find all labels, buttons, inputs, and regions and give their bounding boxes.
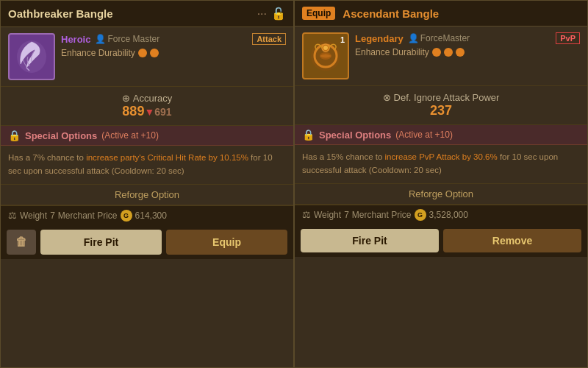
left-special-title: Special Options xyxy=(25,130,97,141)
left-highlight: increase party's Critical Hit Rate by 10… xyxy=(86,153,248,162)
right-stat-name: ⊗ Def. Ignore Attack Power xyxy=(302,92,580,103)
left-special-text: Has a 7% chance to increase party's Crit… xyxy=(1,146,293,184)
right-tag: PvP xyxy=(556,32,580,44)
right-special-header: 🔒 Special Options (Active at +10) xyxy=(295,125,587,145)
person-icon-right: 👤 xyxy=(408,33,419,43)
left-rarity: Heroic xyxy=(61,34,90,45)
right-btn-row: Fire Pit Remove xyxy=(295,224,587,257)
left-header-icons: ··· 🔓 xyxy=(257,7,286,21)
right-class: 👤 ForceMaster xyxy=(408,33,470,43)
right-item-info: 1 Legendary 👤 ForceMaster PvP xyxy=(295,26,587,86)
left-price: 614,300 xyxy=(135,210,167,221)
left-gold-icon: G xyxy=(121,210,132,222)
right-stat-block: ⊗ Def. Ignore Attack Power 237 xyxy=(295,86,587,125)
right-weight-label: Weight xyxy=(314,210,341,220)
left-item-info: Heroic 👤 Force Master Attack Enhance Dur… xyxy=(1,27,293,87)
left-item-meta: Heroic 👤 Force Master Attack Enhance Dur… xyxy=(61,33,286,58)
right-stat-value: 237 xyxy=(302,103,580,118)
right-footer: ⚖ Weight 7 Merchant Price G 3,528,000 xyxy=(295,205,587,224)
right-merchant-label: Merchant Price xyxy=(352,210,412,220)
right-special-text: Has a 15% chance to increase PvP Attack … xyxy=(295,145,587,183)
left-meta-row1: Heroic 👤 Force Master Attack xyxy=(61,33,286,45)
right-special-title: Special Options xyxy=(319,130,391,141)
remove-button[interactable]: Remove xyxy=(443,229,581,252)
left-tag: Attack xyxy=(252,33,286,45)
right-item-icon: 1 xyxy=(302,32,349,79)
lock-icon[interactable]: 🔓 xyxy=(271,7,286,21)
fire-pit-button-right[interactable]: Fire Pit xyxy=(301,229,439,252)
left-reforge: Reforge Option xyxy=(1,185,293,205)
left-special-header: 🔒 Special Options (Active at +10) xyxy=(1,126,293,146)
menu-icon[interactable]: ··· xyxy=(257,7,267,21)
right-title: Ascendant Bangle xyxy=(343,7,439,20)
left-stat-arrow: ▼ xyxy=(144,106,154,118)
left-stat-block: ⊕ Accuracy 889▼691 xyxy=(1,87,293,126)
right-gold-icon: G xyxy=(415,209,426,221)
left-old-val: 691 xyxy=(154,106,171,118)
left-header: Oathbreaker Bangle ··· 🔓 xyxy=(1,1,293,27)
right-meta-row1: Legendary 👤 ForceMaster PvP xyxy=(355,32,580,44)
right-reforge: Reforge Option xyxy=(295,184,587,205)
right-dot2 xyxy=(444,48,453,57)
left-merchant-label: Merchant Price xyxy=(58,210,118,221)
left-enhance-row: Enhance Durability xyxy=(61,48,286,58)
right-enhance-row: Enhance Durability xyxy=(355,47,580,57)
right-dot3 xyxy=(456,48,465,57)
right-stat-symbol: ⊗ xyxy=(383,92,391,103)
left-dot1 xyxy=(138,49,147,57)
right-price: 3,528,000 xyxy=(429,210,468,220)
left-active-label: (Active at +10) xyxy=(101,130,159,141)
fire-pit-button-left[interactable]: Fire Pit xyxy=(40,230,162,255)
left-btn-row: 🗑 Fire Pit Equip xyxy=(1,225,293,259)
person-icon: 👤 xyxy=(95,34,106,44)
equip-button-left[interactable]: Equip xyxy=(166,230,287,255)
left-weight-value: 7 xyxy=(50,210,55,221)
left-enhance-label: Enhance Durability xyxy=(61,48,135,58)
left-panel: Oathbreaker Bangle ··· 🔓 Heroic 👤 xyxy=(0,0,294,368)
right-active-label: (Active at +10) xyxy=(395,130,453,140)
left-stat-symbol: ⊕ xyxy=(122,93,130,104)
left-weight-label: Weight xyxy=(20,210,47,221)
left-dot2 xyxy=(150,49,159,57)
left-footer: ⚖ Weight 7 Merchant Price G 614,300 xyxy=(1,205,293,225)
right-weight-icon: ⚖ xyxy=(302,209,311,220)
right-dot1 xyxy=(432,48,441,57)
right-panel: Equip Ascendant Bangle 1 Legendary xyxy=(294,0,588,368)
left-title: Oathbreaker Bangle xyxy=(8,7,113,20)
left-stat-value: 889▼691 xyxy=(8,104,286,119)
right-item-meta: Legendary 👤 ForceMaster PvP Enhance Dura… xyxy=(355,32,580,57)
right-highlight: increase PvP Attack by 30.6% xyxy=(385,152,498,161)
left-item-icon xyxy=(8,33,55,80)
left-weight-icon: ⚖ xyxy=(8,210,17,221)
right-header: Equip Ascendant Bangle xyxy=(295,1,587,26)
right-rarity: Legendary xyxy=(355,33,404,44)
right-weight-value: 7 xyxy=(344,210,349,220)
right-enhance-label: Enhance Durability xyxy=(355,47,429,57)
left-class: 👤 Force Master xyxy=(95,34,159,44)
right-lock-icon: 🔒 xyxy=(302,129,315,141)
equip-badge: Equip xyxy=(302,7,335,20)
svg-point-4 xyxy=(323,46,328,50)
left-stat-name: ⊕ Accuracy xyxy=(8,93,286,104)
left-lock-icon: 🔒 xyxy=(8,130,21,141)
right-count-badge: 1 xyxy=(340,35,345,44)
trash-button[interactable]: 🗑 xyxy=(7,230,36,255)
